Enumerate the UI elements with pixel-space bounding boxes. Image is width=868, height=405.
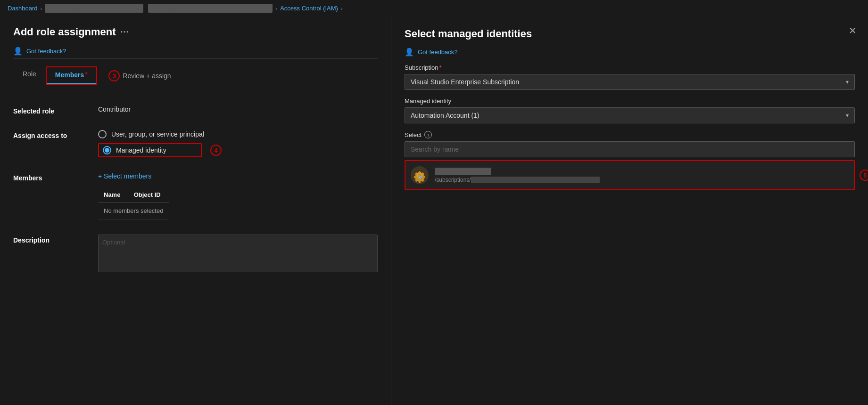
tabs-container: Role Members● 3 Review + assign	[13, 66, 378, 85]
selected-role-label: Selected role	[13, 105, 89, 115]
tab-review[interactable]: 3 Review + assign	[97, 66, 180, 85]
identity-sub: /subscriptions/	[435, 177, 849, 183]
managed-identity-value: Automation Account (1)	[411, 112, 479, 119]
select-label-row: Select i	[405, 131, 855, 138]
breadcrumb-sep2: ›	[275, 6, 277, 11]
subscription-value: Visual Studio Enterprise Subscription	[411, 78, 519, 86]
tab-role-label: Role	[23, 70, 36, 78]
breadcrumb-dashboard[interactable]: Dashboard	[8, 5, 38, 12]
assign-access-row: Assign access to User, group, or service…	[13, 125, 378, 162]
selected-role-value: Contributor	[98, 105, 131, 113]
tab-members-dot: ●	[85, 70, 88, 75]
radio-managed-label: Managed identity	[116, 146, 166, 154]
identity-result-item[interactable]: /subscriptions/ 5	[405, 160, 855, 190]
managed-identity-chevron-icon: ▾	[846, 112, 849, 119]
radio-managed-identity[interactable]: Managed identity 4	[98, 143, 202, 157]
col-objid-header: Object ID	[128, 187, 169, 202]
search-input[interactable]	[405, 141, 855, 157]
more-options-button[interactable]: ···	[121, 27, 129, 37]
members-label: Members	[13, 172, 89, 182]
members-row: Members + Select members Name Object ID …	[13, 168, 378, 224]
feedback-label[interactable]: Got feedback?	[26, 48, 66, 55]
select-info-icon[interactable]: i	[424, 131, 432, 138]
identity-icon	[410, 166, 429, 185]
radio-user-group[interactable]: User, group, or service principal	[98, 130, 204, 138]
left-panel: Add role assignment ··· 👤 Got feedback? …	[0, 16, 391, 405]
table-row-empty: No members selected	[98, 202, 169, 219]
right-feedback: 👤 Got feedback?	[405, 48, 855, 57]
select-group: Select i	[405, 131, 855, 190]
step-badge-4: 4	[210, 145, 222, 156]
identity-name	[435, 168, 491, 175]
subscription-label-text: Subscription	[405, 64, 438, 71]
selected-role-row: Selected role Contributor	[13, 101, 378, 120]
description-label: Description	[13, 235, 89, 244]
managed-identity-dropdown[interactable]: Automation Account (1) ▾	[405, 107, 855, 123]
step-badge-3: 3	[108, 70, 120, 81]
identity-sub-prefix: /subscriptions/	[435, 177, 471, 183]
managed-identity-label: Managed identity	[405, 97, 855, 105]
identity-sub-rest	[471, 177, 600, 183]
assign-access-label: Assign access to	[13, 130, 89, 139]
subscription-dropdown[interactable]: Visual Studio Enterprise Subscription ▾	[405, 74, 855, 90]
select-label-text: Select	[405, 131, 422, 138]
subscription-chevron-icon: ▾	[846, 79, 849, 85]
close-button[interactable]: ✕	[849, 26, 857, 35]
feedback-row: 👤 Got feedback?	[13, 44, 378, 59]
required-star: *	[439, 64, 442, 71]
tab-role[interactable]: Role	[13, 66, 46, 85]
description-row: Description	[13, 230, 378, 277]
col-name-header: Name	[98, 187, 128, 202]
breadcrumb-sep3: ›	[341, 6, 343, 11]
radio-managed-inner	[105, 148, 109, 153]
no-members-text: No members selected	[98, 202, 169, 219]
breadcrumb-iam[interactable]: Access Control (IAM)	[280, 5, 338, 12]
tab-review-label: Review + assign	[123, 72, 171, 80]
radio-managed-outer	[103, 146, 111, 154]
add-members-button[interactable]: + Select members	[98, 172, 169, 180]
members-table: Name Object ID No members selected	[98, 187, 169, 219]
right-panel: ✕ Select managed identities 👤 Got feedba…	[391, 16, 868, 405]
tab-members-label: Members	[55, 71, 84, 79]
panel-title: Select managed identities	[405, 28, 855, 40]
breadcrumb-resource2: ████████████████████	[148, 4, 273, 13]
breadcrumb-resource1: ██████████████	[45, 4, 143, 13]
step-badge-5: 5	[860, 170, 868, 181]
radio-user-outer	[98, 130, 107, 138]
page-title-text: Add role assignment	[13, 26, 116, 38]
breadcrumb: Dashboard › ██████████████ █████████████…	[0, 0, 868, 16]
subscription-group: Subscription* Visual Studio Enterprise S…	[405, 64, 855, 90]
managed-identity-group: Managed identity Automation Account (1) …	[405, 97, 855, 123]
subscription-label: Subscription*	[405, 64, 855, 71]
divider-tabs	[13, 93, 378, 93]
add-members-label: + Select members	[98, 172, 151, 180]
radio-group: User, group, or service principal Manage…	[98, 130, 204, 157]
identity-info: /subscriptions/	[435, 168, 849, 183]
breadcrumb-sep1: ›	[41, 6, 42, 11]
feedback-icon: 👤	[13, 47, 23, 56]
members-section: + Select members Name Object ID No membe…	[98, 172, 169, 219]
page-title: Add role assignment ···	[13, 26, 378, 38]
right-feedback-label[interactable]: Got feedback?	[418, 49, 458, 56]
tab-members[interactable]: Members●	[46, 66, 98, 85]
right-feedback-icon: 👤	[405, 48, 414, 57]
description-input[interactable]	[98, 235, 378, 272]
radio-user-label: User, group, or service principal	[111, 130, 204, 138]
